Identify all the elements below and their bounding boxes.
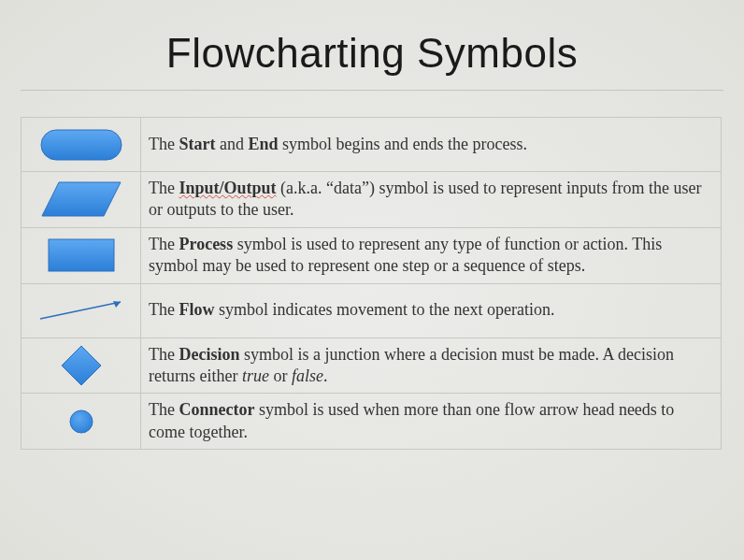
table-row: The Start and End symbol begins and ends… [21, 118, 722, 172]
svg-rect-0 [41, 130, 122, 160]
symbol-process [21, 227, 141, 283]
terminator-icon [40, 129, 122, 161]
svg-point-6 [70, 410, 93, 433]
symbols-table: The Start and End symbol begins and ends… [21, 117, 722, 450]
desc-process: The Process symbol is used to represent … [141, 227, 722, 283]
desc-io: The Input/Output (a.k.a. “data”) symbol … [141, 172, 722, 228]
table-row: The Decision symbol is a junction where … [21, 337, 722, 394]
table-row: The Input/Output (a.k.a. “data”) symbol … [21, 172, 722, 228]
symbol-io [21, 172, 141, 228]
svg-marker-4 [113, 301, 121, 308]
parallelogram-icon [40, 180, 122, 218]
title-divider [21, 90, 723, 91]
symbol-start-end [21, 118, 141, 172]
table-row: The Flow symbol indicates movement to th… [21, 283, 722, 337]
symbol-flow [21, 283, 141, 337]
symbol-connector [21, 394, 141, 450]
circle-icon [68, 409, 94, 435]
svg-line-3 [40, 302, 121, 319]
desc-connector: The Connector symbol is used when more t… [141, 394, 722, 450]
page-title: Flowcharting Symbols [0, 0, 744, 90]
table-row: The Process symbol is used to represent … [21, 227, 722, 283]
desc-flow: The Flow symbol indicates movement to th… [141, 283, 722, 337]
svg-marker-1 [42, 182, 121, 216]
desc-start-end: The Start and End symbol begins and ends… [141, 118, 722, 172]
diamond-icon [60, 344, 103, 387]
svg-rect-2 [49, 239, 114, 271]
desc-decision: The Decision symbol is a junction where … [141, 337, 722, 394]
arrow-icon [35, 296, 128, 324]
svg-marker-5 [62, 346, 101, 385]
rectangle-icon [48, 238, 115, 272]
symbol-decision [21, 337, 141, 394]
table-row: The Connector symbol is used when more t… [21, 394, 722, 450]
